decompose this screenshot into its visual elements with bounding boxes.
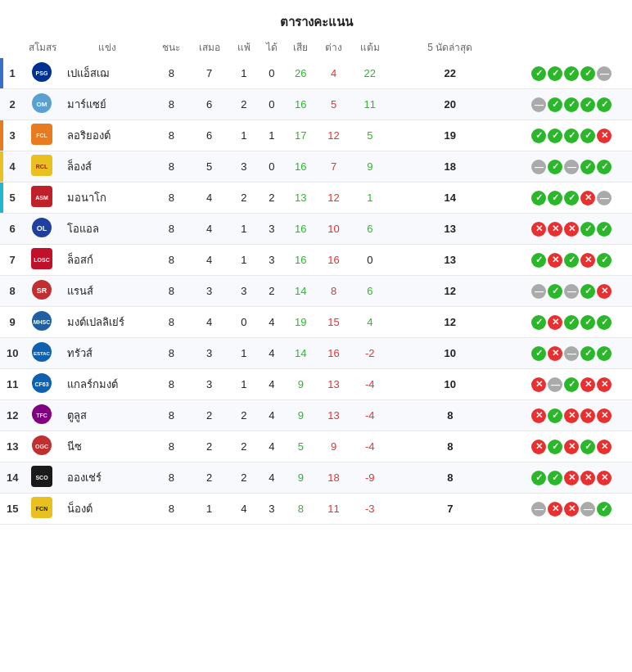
result-icon-w: ✓ bbox=[548, 191, 562, 205]
team-played: 8 bbox=[154, 338, 190, 369]
result-icon-w: ✓ bbox=[564, 97, 579, 112]
team-last5: —✕✕—✓ bbox=[512, 494, 632, 525]
svg-text:PSG: PSG bbox=[36, 70, 48, 76]
team-gd: -3 bbox=[351, 494, 389, 525]
team-last5: —✓—✓✕ bbox=[512, 276, 632, 307]
result-icon-w: ✓ bbox=[531, 471, 546, 485]
team-last5: ✓✕✓✕✓ bbox=[512, 245, 632, 276]
team-name: ทรัวส์ bbox=[61, 338, 153, 369]
team-lost: 4 bbox=[259, 369, 286, 400]
team-won: 3 bbox=[189, 369, 229, 400]
result-icon-w: ✓ bbox=[548, 408, 562, 423]
table-row: 14SCOอองเช่ร์8224918-98✓✓✕✕✕ bbox=[0, 462, 632, 494]
team-drawn: 4 bbox=[229, 494, 258, 525]
result-icon-w: ✓ bbox=[597, 253, 612, 268]
result-icon-d: — bbox=[597, 191, 612, 205]
result-icon-l: ✕ bbox=[580, 191, 595, 205]
team-drawn: 2 bbox=[229, 89, 258, 120]
col-rank bbox=[0, 36, 22, 58]
team-ga: 10 bbox=[316, 214, 350, 245]
team-gf: 16 bbox=[285, 214, 316, 245]
team-played: 8 bbox=[154, 431, 190, 462]
result-icon-l: ✕ bbox=[564, 502, 579, 516]
team-rank: 6 bbox=[0, 214, 22, 245]
team-logo-cell: ESTAC bbox=[22, 338, 61, 369]
team-logo-cell: OM bbox=[22, 89, 61, 120]
result-icon-w: ✓ bbox=[597, 222, 612, 237]
team-played: 8 bbox=[154, 151, 190, 183]
svg-text:OL: OL bbox=[37, 224, 47, 232]
result-icon-w: ✓ bbox=[597, 160, 612, 174]
team-gf: 9 bbox=[285, 369, 316, 400]
team-pts: 18 bbox=[389, 151, 512, 183]
team-logo-cell: ASM bbox=[22, 183, 61, 214]
result-icon-l: ✕ bbox=[580, 377, 595, 392]
result-icon-l: ✕ bbox=[564, 471, 579, 485]
result-icon-w: ✓ bbox=[580, 440, 595, 454]
team-won: 5 bbox=[189, 151, 229, 183]
team-rank: 1 bbox=[0, 58, 22, 89]
result-icon-w: ✓ bbox=[548, 471, 562, 485]
svg-text:ASM: ASM bbox=[35, 195, 48, 201]
team-ga: 13 bbox=[316, 369, 350, 400]
team-pts: 12 bbox=[389, 276, 512, 307]
team-drawn: 2 bbox=[229, 400, 258, 431]
team-logo-cell: FCL bbox=[22, 120, 61, 151]
team-lost: 3 bbox=[259, 494, 286, 525]
team-played: 8 bbox=[154, 276, 190, 307]
team-played: 8 bbox=[154, 369, 190, 400]
svg-text:ESTAC: ESTAC bbox=[34, 351, 51, 356]
team-logo-cell: CF63 bbox=[22, 369, 61, 400]
team-gf: 14 bbox=[285, 276, 316, 307]
team-gf: 16 bbox=[285, 151, 316, 183]
team-pts: 8 bbox=[389, 462, 512, 494]
result-icon-w: ✓ bbox=[531, 346, 546, 361]
team-drawn: 1 bbox=[229, 245, 258, 276]
result-icon-d: — bbox=[564, 346, 579, 361]
team-gf: 16 bbox=[285, 89, 316, 120]
team-pts: 19 bbox=[389, 120, 512, 151]
team-pts: 14 bbox=[389, 183, 512, 214]
team-ga: 4 bbox=[316, 58, 350, 89]
result-icon-w: ✓ bbox=[531, 191, 546, 205]
team-lost: 4 bbox=[259, 431, 286, 462]
team-pts: 7 bbox=[389, 494, 512, 525]
team-name: ตูลูส bbox=[61, 400, 153, 431]
result-icon-w: ✓ bbox=[548, 129, 562, 143]
result-icon-w: ✓ bbox=[531, 129, 546, 143]
team-won: 2 bbox=[189, 400, 229, 431]
result-icon-w: ✓ bbox=[580, 129, 595, 143]
team-name: เปแอ็สเฌ bbox=[61, 58, 153, 89]
result-icon-w: ✓ bbox=[580, 66, 595, 81]
team-ga: 9 bbox=[316, 431, 350, 462]
team-ga: 7 bbox=[316, 151, 350, 183]
team-last5: ✕✓✕✓✕ bbox=[512, 431, 632, 462]
team-logo-cell: SCO bbox=[22, 462, 61, 494]
result-icon-l: ✕ bbox=[531, 377, 546, 392]
result-icon-l: ✕ bbox=[548, 222, 562, 237]
result-icon-l: ✕ bbox=[564, 440, 579, 454]
result-icon-w: ✓ bbox=[548, 284, 562, 299]
table-row: 5ASMมอนาโก84221312114✓✓✓✕— bbox=[0, 183, 632, 214]
team-last5: ✓✕✓✓✓ bbox=[512, 307, 632, 338]
team-ga: 12 bbox=[316, 183, 350, 214]
team-ga: 18 bbox=[316, 462, 350, 494]
team-drawn: 2 bbox=[229, 431, 258, 462]
result-icon-w: ✓ bbox=[597, 502, 612, 516]
col-gd: ต่าง bbox=[316, 36, 350, 58]
team-lost: 4 bbox=[259, 338, 286, 369]
team-played: 8 bbox=[154, 400, 190, 431]
team-logo-cell: PSG bbox=[22, 58, 61, 89]
result-icon-w: ✓ bbox=[564, 253, 579, 268]
result-icon-w: ✓ bbox=[548, 66, 562, 81]
team-won: 4 bbox=[189, 183, 229, 214]
team-rank: 13 bbox=[0, 431, 22, 462]
table-row: 1PSGเปแอ็สเฌ87102642222✓✓✓✓— bbox=[0, 58, 632, 89]
table-row: 4RCLล็องส์8530167918—✓—✓✓ bbox=[0, 151, 632, 183]
team-won: 4 bbox=[189, 307, 229, 338]
team-last5: —✓—✓✓ bbox=[512, 151, 632, 183]
table-row: 7LOSCล็อสก์84131616013✓✕✓✕✓ bbox=[0, 245, 632, 276]
team-rank: 9 bbox=[0, 307, 22, 338]
result-icon-w: ✓ bbox=[580, 97, 595, 112]
svg-text:FCL: FCL bbox=[36, 133, 47, 138]
